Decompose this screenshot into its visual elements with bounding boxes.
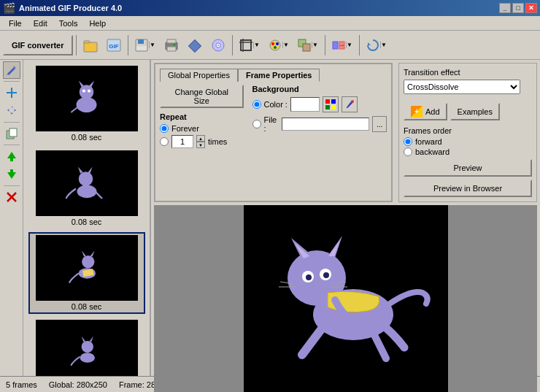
- svg-rect-11: [188, 39, 201, 52]
- frame-time-1: 0.08 sec: [72, 133, 102, 142]
- crop-button[interactable]: ▼: [236, 34, 263, 56]
- open-folder-button[interactable]: [80, 34, 101, 56]
- transition-panel: Transition effect CrossDissolve + Add Ex…: [398, 63, 537, 202]
- toolbar-separator-1: [76, 35, 77, 55]
- change-global-size-button[interactable]: Change Global Size: [160, 85, 244, 108]
- close-button[interactable]: ✕: [525, 3, 537, 13]
- times-label: times: [208, 137, 227, 146]
- svg-marker-47: [90, 250, 94, 256]
- repeat-times-row: ▲ ▼ times: [160, 135, 244, 148]
- bg-file-radio[interactable]: [252, 120, 261, 128]
- tool-separator-3: [4, 145, 20, 145]
- spin-down-arrow[interactable]: ▼: [196, 142, 205, 148]
- resize-button[interactable]: ▼: [294, 34, 322, 56]
- crop-dropdown-arrow[interactable]: ▼: [253, 42, 261, 48]
- svg-point-50: [81, 341, 93, 353]
- transition-dropdown-arrow[interactable]: ▼: [346, 42, 353, 48]
- toolbar-separator-2: [128, 35, 128, 55]
- eyedropper-button[interactable]: [342, 96, 358, 112]
- frame-list[interactable]: 0.08 sec 0.08 sec: [23, 60, 151, 376]
- svg-marker-27: [368, 42, 371, 45]
- add-transition-button[interactable]: + Add: [404, 103, 447, 120]
- preview-button[interactable]: Preview: [404, 159, 532, 177]
- svg-rect-8: [167, 39, 176, 43]
- svg-point-20: [276, 42, 279, 45]
- color-picker-button[interactable]: [323, 96, 339, 112]
- menu-help[interactable]: Help: [83, 18, 112, 29]
- refresh-dropdown-arrow[interactable]: ▼: [380, 42, 387, 48]
- palette-dropdown-arrow[interactable]: ▼: [282, 42, 290, 48]
- color-swatch[interactable]: [290, 97, 320, 112]
- frames-order-label: Frames order: [404, 126, 532, 135]
- menu-edit[interactable]: Edit: [28, 18, 53, 29]
- palette-button[interactable]: ▼: [265, 34, 293, 56]
- tool-move[interactable]: [3, 102, 20, 120]
- frame-item-selected[interactable]: 0.08 sec: [28, 232, 145, 314]
- gif-icon-button[interactable]: GIF: [103, 34, 125, 56]
- repeat-forever-radio[interactable]: [160, 124, 169, 133]
- tool-separator-1: [4, 81, 20, 82]
- left-tools: [0, 60, 23, 376]
- svg-rect-31: [9, 128, 17, 137]
- svg-point-41: [78, 172, 93, 186]
- order-backward-radio[interactable]: [404, 147, 412, 156]
- tab-frame[interactable]: Frame Properties: [238, 69, 320, 82]
- tool-move-down[interactable]: [3, 166, 20, 183]
- tool-add[interactable]: [3, 84, 20, 101]
- tool-separator-4: [4, 185, 20, 186]
- transition-buttons-row: + Add Examples: [404, 103, 532, 120]
- browse-file-button[interactable]: ...: [372, 116, 387, 132]
- svg-rect-56: [331, 105, 336, 109]
- repeat-label: Repeat: [160, 112, 244, 121]
- spin-up-arrow[interactable]: ▲: [196, 135, 205, 142]
- refresh-button[interactable]: ▼: [363, 34, 390, 56]
- frame-item[interactable]: 0.08 sec: [28, 63, 145, 145]
- minimize-button[interactable]: _: [499, 3, 511, 13]
- svg-point-39: [87, 90, 90, 93]
- svg-point-10: [173, 43, 175, 45]
- menu-tools[interactable]: Tools: [53, 18, 84, 29]
- frame-item[interactable]: 0.08 sec: [28, 317, 145, 376]
- frame-time-3: 0.08 sec: [72, 302, 102, 311]
- svg-rect-5: [138, 39, 144, 44]
- bg-file-input[interactable]: [282, 118, 369, 131]
- repeat-times-radio[interactable]: [160, 137, 169, 146]
- tool-delete[interactable]: [3, 188, 20, 206]
- save-button[interactable]: ▼: [131, 34, 159, 56]
- frame-thumb-4: [36, 320, 138, 376]
- repeat-forever-label: Forever: [171, 124, 199, 133]
- svg-marker-36: [79, 81, 84, 87]
- svg-text:→: →: [338, 41, 345, 49]
- transition-effect-select[interactable]: CrossDissolve: [404, 80, 520, 94]
- tool-move-up[interactable]: [3, 147, 20, 165]
- gif-converter-button[interactable]: GIF converter: [3, 35, 73, 55]
- svg-point-21: [274, 46, 277, 49]
- save-dropdown-arrow[interactable]: ▼: [149, 42, 156, 48]
- svg-rect-24: [333, 42, 338, 49]
- preview-browser-button[interactable]: Preview in Browser: [404, 180, 532, 197]
- bg-color-radio[interactable]: [252, 100, 261, 109]
- resize-dropdown-arrow[interactable]: ▼: [312, 42, 319, 48]
- svg-point-35: [79, 85, 93, 99]
- disc-button[interactable]: [207, 34, 229, 56]
- frames-count-status: 5 frames: [6, 380, 37, 389]
- print-button[interactable]: [161, 34, 182, 56]
- menu-file[interactable]: File: [3, 18, 28, 29]
- tool-duplicate[interactable]: [3, 125, 20, 142]
- app-icon: 🎬: [3, 2, 15, 14]
- repeat-times-input[interactable]: [171, 135, 193, 148]
- toolbar-separator-4: [325, 35, 325, 55]
- tab-global[interactable]: Global Properties: [160, 69, 238, 82]
- order-backward-row: backward: [404, 147, 532, 156]
- maximize-button[interactable]: □: [512, 3, 524, 13]
- order-backward-label: backward: [415, 147, 450, 156]
- frame-item[interactable]: 0.08 sec: [28, 147, 145, 229]
- svg-rect-0: [84, 42, 97, 52]
- order-forward-radio[interactable]: [404, 137, 412, 146]
- rotate-button[interactable]: [184, 34, 206, 56]
- tool-edit[interactable]: [3, 61, 20, 79]
- svg-marker-42: [78, 167, 83, 174]
- transition-title-label: Transition effect: [404, 68, 460, 77]
- transition-button[interactable]: → ▼: [328, 34, 356, 56]
- examples-button[interactable]: Examples: [450, 103, 500, 120]
